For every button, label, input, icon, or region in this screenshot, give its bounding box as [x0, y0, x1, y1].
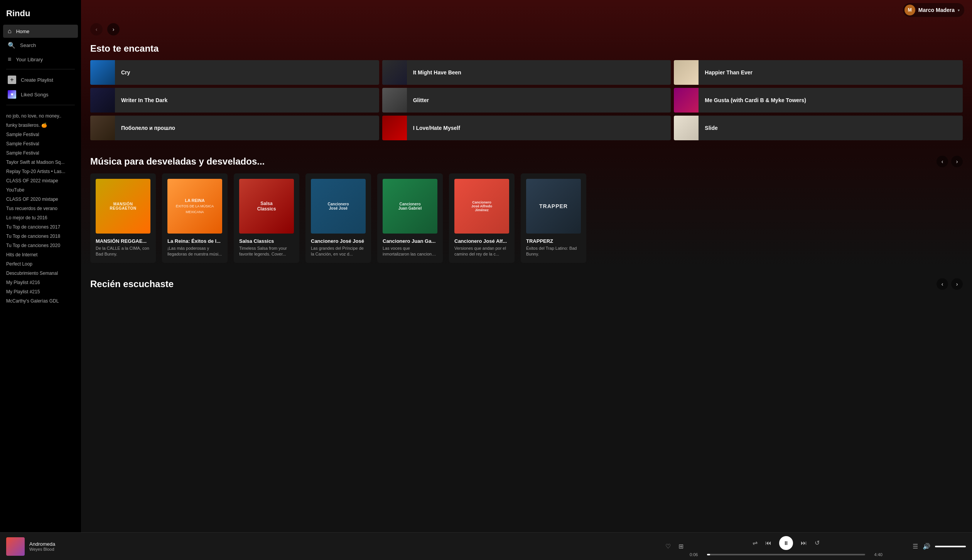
playlist-item[interactable]: Tu Top de canciones 2020: [6, 241, 75, 250]
forward-button[interactable]: ›: [107, 23, 120, 35]
playlist-item[interactable]: Replay Top-20 Artists • Las...: [6, 167, 75, 176]
featured-label: It Might Have Been: [407, 69, 467, 76]
back-button[interactable]: ‹: [90, 23, 103, 35]
playlist-item[interactable]: Hits de Internet: [6, 250, 75, 259]
player-artist-name: Weyes Blood: [29, 547, 661, 552]
card-cancionero-jose-alfredo[interactable]: CancioneroJosé AlfredoJiménezCancionero …: [449, 173, 515, 263]
player-info: Andromeda Weyes Blood: [29, 541, 661, 552]
featured-art: [674, 116, 699, 140]
card-title: La Reina: Éxitos de l...: [167, 238, 222, 244]
featured-art: [90, 88, 115, 113]
playlist-item[interactable]: CLASS OF 2022 mixtape: [6, 176, 75, 185]
card-la-reina[interactable]: LA REINAÉXITOS DE LA MÚSICA MEXICANALa R…: [162, 173, 228, 263]
card-title: Salsa Classics: [239, 238, 294, 244]
player-like-button[interactable]: ♡: [665, 543, 671, 550]
section-prev-button[interactable]: ‹: [937, 156, 948, 167]
user-name: Marco Madera: [918, 7, 955, 13]
card-cancionero-jose-jose[interactable]: CancioneroJosé JoséCancionero José JoséL…: [305, 173, 371, 263]
playlist-item[interactable]: My Playlist #216: [6, 278, 75, 287]
playlist-item[interactable]: CLASS OF 2020 mixtape: [6, 195, 75, 204]
volume-fill: [935, 546, 966, 547]
section-recien: Recién escuchaste ‹ ›: [81, 271, 972, 304]
card-art: CancioneroJosé José: [311, 179, 366, 234]
home-icon: ⌂: [8, 28, 12, 35]
playlist-item[interactable]: Sample Festival: [6, 139, 75, 148]
card-cancionero-juan-gabriel[interactable]: CancioneroJuan GabrielCancionero Juan Ga…: [377, 173, 443, 263]
next-button[interactable]: ⏭: [801, 540, 807, 547]
playlist-item[interactable]: YouTube: [6, 185, 75, 195]
section-next-button[interactable]: ›: [951, 156, 963, 167]
cards-row-musica: MANSIÓNREGGAETONMANSIÓN REGGAE...De la C…: [90, 173, 963, 263]
liked-songs-action[interactable]: ♥ Liked Songs: [0, 87, 81, 102]
create-playlist-label: Create Playlist: [21, 77, 53, 83]
playlist-item[interactable]: My Playlist #215: [6, 287, 75, 296]
playlist-item[interactable]: Sample Festival: [6, 130, 75, 139]
player-screen-button[interactable]: ⊞: [678, 543, 683, 550]
playlist-item[interactable]: Taylor Swift at Madison Sq...: [6, 158, 75, 167]
featured-item-slide[interactable]: Slide: [674, 116, 963, 140]
main-content: ‹ › Esto te encanta CryIt Might Have Bee…: [81, 0, 972, 532]
playlist-item[interactable]: Sample Festival: [6, 148, 75, 158]
featured-item-i-love-hate-myself[interactable]: I Love/Hate Myself: [382, 116, 671, 140]
playlist-item[interactable]: Descubrimiento Semanal: [6, 269, 75, 278]
featured-item-happier-than-ever[interactable]: Happier Than Ever: [674, 60, 963, 85]
card-trapperz[interactable]: TRAPPERTRAPPERZÉxitos del Trap Latino: B…: [521, 173, 586, 263]
playlist-item[interactable]: Perfect Loop: [6, 259, 75, 269]
player-art: [6, 537, 25, 556]
sidebar-item-label: Search: [20, 42, 36, 48]
card-title: Cancionero José Alf...: [454, 238, 509, 244]
create-playlist-action[interactable]: + Create Playlist: [0, 72, 81, 87]
section-title-recien: Recién escuchaste: [90, 279, 174, 289]
featured-item-glitter[interactable]: Glitter: [382, 88, 671, 113]
featured-label: Cry: [115, 69, 136, 76]
progress-bar[interactable]: [707, 554, 865, 555]
sidebar-item-search[interactable]: 🔍 Search: [3, 39, 78, 52]
volume-bar[interactable]: [935, 546, 966, 547]
card-art: CancioneroJuan Gabriel: [383, 179, 437, 234]
playlist-item[interactable]: McCarthy's Galerías GDL: [6, 296, 75, 306]
volume-icon[interactable]: 🔊: [923, 543, 930, 550]
featured-item-me-gusta[interactable]: Me Gusta (with Cardi B & Myke Towers): [674, 88, 963, 113]
user-menu[interactable]: M Marco Madera ▾: [903, 3, 964, 17]
player-right: ☰ 🔊: [889, 543, 966, 550]
sidebar-item-home[interactable]: ⌂ Home: [3, 25, 78, 38]
user-avatar: M: [904, 5, 915, 15]
section-title: Esto te encanta: [90, 43, 159, 54]
section-title-musica: Música para desveladas y desvelados...: [90, 156, 265, 167]
section-prev-button-recien[interactable]: ‹: [937, 278, 948, 290]
sidebar-item-label: Home: [16, 29, 30, 34]
sidebar-item-label: Your Library: [16, 57, 43, 62]
section-header: Esto te encanta: [90, 43, 963, 54]
featured-art: [382, 88, 407, 113]
sidebar-item-library[interactable]: ≡ Your Library: [3, 53, 78, 66]
featured-label: Happier Than Ever: [699, 69, 759, 76]
playlist-item[interactable]: no job, no love, no money..: [6, 111, 75, 121]
playlist-item[interactable]: Lo mejor de tu 2016: [6, 213, 75, 222]
repeat-button[interactable]: ↺: [815, 539, 820, 547]
playlist-item[interactable]: Tus recuerdos de verano: [6, 204, 75, 213]
controls-row: ⇌ ⏮ ⏸ ⏭ ↺: [753, 536, 820, 550]
queue-icon[interactable]: ☰: [913, 543, 918, 550]
card-salsa-classics[interactable]: SalsaClassicsSalsa ClassicsTimeless Sals…: [234, 173, 299, 263]
library-icon: ≡: [8, 56, 11, 63]
sidebar-nav: ⌂ Home 🔍 Search ≡ Your Library: [0, 25, 81, 66]
section-esto-te-encanta: Esto te encanta CryIt Might Have BeenHap…: [81, 35, 972, 148]
featured-item-it-might-have-been[interactable]: It Might Have Been: [382, 60, 671, 85]
featured-label: Slide: [699, 125, 724, 131]
playlist-item[interactable]: Tu Top de canciones 2018: [6, 232, 75, 241]
play-pause-button[interactable]: ⏸: [779, 536, 793, 550]
featured-grid: CryIt Might Have BeenHappier Than EverWr…: [90, 60, 963, 140]
card-subtitle: Éxitos del Trap Latino: Bad Bunny.: [526, 246, 581, 257]
section-next-button-recien[interactable]: ›: [951, 278, 963, 290]
shuffle-button[interactable]: ⇌: [753, 539, 758, 547]
featured-item-pobolelo[interactable]: Поболело и прошло: [90, 116, 379, 140]
card-mansion-reggaeton[interactable]: MANSIÓNREGGAETONMANSIÓN REGGAE...De la C…: [90, 173, 156, 263]
card-art: LA REINAÉXITOS DE LA MÚSICA MEXICANA: [167, 179, 222, 234]
featured-item-cry[interactable]: Cry: [90, 60, 379, 85]
card-subtitle: ¡Las más poderosas y llegadoras de nuest…: [167, 246, 222, 257]
progress-row: 0:06 4:40: [690, 552, 883, 557]
playlist-item[interactable]: Tu Top de canciones 2017: [6, 222, 75, 232]
playlist-item[interactable]: funky brasileros. 🍊: [6, 121, 75, 130]
previous-button[interactable]: ⏮: [765, 540, 771, 547]
featured-item-writer-in-the-dark[interactable]: Writer In The Dark: [90, 88, 379, 113]
